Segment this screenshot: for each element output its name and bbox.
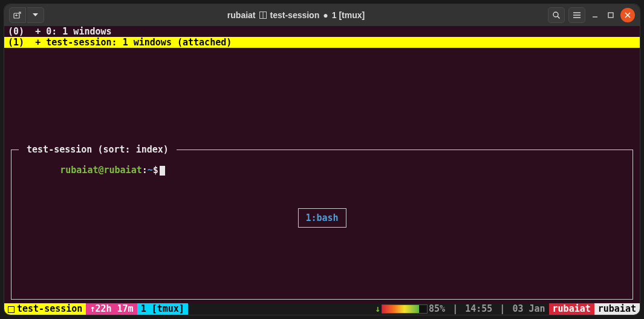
maximize-icon [607,12,614,19]
session-text: + 0: 1 windows [35,26,111,37]
session-list[interactable]: (0) + 0: 1 windows (1) + test-session: 1… [4,26,640,48]
arrow-down-icon: ↓ [375,303,380,315]
chevron-down-icon [33,13,38,17]
search-icon [552,11,561,19]
status-window-text: 1 [tmux] [141,303,184,315]
status-host2: rubaiat [594,303,640,315]
titlebar-right-controls [548,7,635,23]
tab-menu-button[interactable] [27,7,44,23]
title-bullet-icon: ● [323,10,328,20]
split-icon [259,12,267,19]
status-sep2: | [496,303,509,315]
session-text: + test-session: 1 windows (attached) [35,37,232,48]
title-user: rubaiat [227,10,256,20]
status-date: 03 Jan [509,303,548,315]
status-host2-text: rubaiat [598,303,636,315]
status-battery: ↓ 85% [371,303,449,315]
terminal-window: + rubaiat test-session ● 1 [tmux] [4,4,640,315]
session-index: (1) [8,37,24,48]
search-button[interactable] [548,7,565,23]
session-list-item[interactable]: (0) + 0: 1 windows [4,26,640,37]
session-list-item-selected[interactable]: (1) + test-session: 1 windows (attached) [4,37,640,48]
prompt-symbol: $ [153,165,158,176]
status-host1: rubaiat [549,303,594,315]
status-session: test-session [4,303,86,315]
status-session-name: test-session [17,303,82,315]
tmux-statusbar: test-session ↑ 22h 17m 1 [tmux] ↓ 85% | … [4,303,640,315]
prompt-user: rubaiat [60,165,98,176]
svg-text:+: + [15,13,18,18]
battery-percent: 85% [429,303,445,315]
new-tab-icon: + [13,11,22,19]
minimize-button[interactable] [589,9,601,21]
svg-line-5 [558,16,560,19]
minimize-icon [591,12,599,19]
statusbar-spacer [188,303,371,315]
arrow-up-icon: ↑ [89,303,95,315]
status-sep1: | [449,303,461,315]
svg-rect-10 [608,13,613,18]
new-tab-button[interactable]: + [9,7,26,23]
menu-button[interactable] [568,7,585,23]
cursor-block [160,166,165,176]
session-preview-pane: test-session (sort: index) rubaiat@rubai… [11,150,633,300]
status-uptime: ↑ 22h 17m [86,303,137,315]
shell-prompt: rubaiat@rubaiat:~$ [16,154,165,186]
terminal-content[interactable]: (0) + 0: 1 windows (1) + test-session: 1… [4,26,640,315]
battery-bar-icon [382,304,428,314]
prompt-colon: : [142,165,148,176]
status-session-icon [8,306,15,313]
title-session: test-session [270,10,320,20]
window-title: rubaiat test-session ● 1 [tmux] [44,10,548,20]
maximize-button[interactable] [605,9,617,21]
title-window: 1 [tmux] [332,10,365,20]
titlebar: + rubaiat test-session ● 1 [tmux] [4,4,640,26]
status-time: 14:55 [461,303,496,315]
prompt-path: ~ [148,165,153,176]
status-window: 1 [tmux] [137,303,188,315]
session-index: (0) [8,26,24,37]
titlebar-left-controls: + [9,7,44,23]
status-host1-text: rubaiat [553,303,591,315]
window-badge: 1:bash [298,208,346,228]
prompt-at: @ [98,165,103,176]
close-button[interactable] [620,8,635,22]
status-uptime-text: 22h 17m [95,303,133,315]
prompt-host: rubaiat [104,165,142,176]
hamburger-icon [573,12,581,19]
svg-point-4 [553,12,558,17]
close-icon [625,12,631,18]
